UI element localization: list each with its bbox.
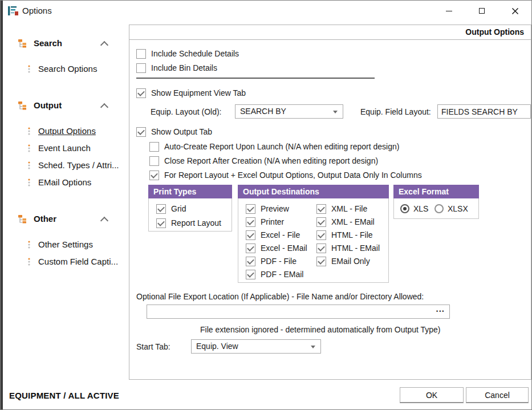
checkbox-label: Preview	[261, 204, 289, 213]
ok-button[interactable]: OK	[400, 387, 464, 403]
chevron-up-icon[interactable]	[100, 41, 108, 49]
excel-file-checkbox[interactable]	[246, 230, 255, 240]
excel-email-checkbox[interactable]	[246, 243, 255, 253]
preview-checkbox[interactable]	[246, 204, 255, 214]
chevron-up-icon[interactable]	[100, 217, 108, 225]
sidebar-item-label: Sched. Types / Attri...	[38, 159, 119, 172]
include-bin-row[interactable]: Include Bin Details	[136, 62, 217, 74]
options-dialog: Options Search	[0, 0, 532, 410]
panel-header: Output Options	[129, 25, 531, 40]
sidebar-item-custom-field-captions[interactable]: Custom Field Capti...	[27, 255, 124, 268]
html-email-checkbox[interactable]	[316, 243, 326, 253]
app-icon	[7, 5, 19, 17]
data-only-columns-checkbox[interactable]	[149, 171, 159, 180]
dropdown-value: SEARCH BY	[240, 105, 286, 118]
xml-file-checkbox[interactable]	[316, 204, 326, 214]
close-report-row[interactable]: Close Report After Creation (N/A when ed…	[149, 155, 378, 167]
sidebar-item-label: Output Options	[38, 125, 96, 137]
export-location-field: •••	[147, 305, 450, 319]
xlsx-radio-row[interactable]: XLSX	[434, 203, 468, 214]
include-schedule-checkbox[interactable]	[136, 49, 146, 59]
pdf-file-checkbox[interactable]	[246, 257, 255, 266]
grid-row[interactable]: Grid	[156, 203, 186, 214]
grid-checkbox[interactable]	[156, 204, 166, 214]
sidebar-section-output[interactable]: Output	[18, 99, 124, 112]
checkbox-label: Report Layout	[171, 218, 221, 228]
auto-create-report-checkbox[interactable]	[149, 142, 159, 152]
sidebar-item-search-options[interactable]: Search Options	[27, 63, 124, 75]
xlsx-radio[interactable]	[434, 204, 444, 213]
include-bin-checkbox[interactable]	[136, 63, 146, 73]
xml-file-row[interactable]: XML - File	[316, 203, 367, 214]
sidebar-item-output-options[interactable]: Output Options	[27, 125, 124, 137]
browse-button[interactable]: •••	[433, 306, 448, 316]
email-only-row[interactable]: EMail Only	[316, 255, 370, 267]
xml-email-row[interactable]: XML - EMail	[316, 216, 375, 228]
pdf-file-row[interactable]: PDF - File	[246, 255, 297, 267]
checkbox-label: Close Report After Creation (N/A when ed…	[164, 156, 378, 165]
data-only-columns-row[interactable]: For Report Layout + Excel Output Options…	[149, 169, 422, 181]
group-body: Grid Report Layout	[148, 198, 232, 232]
dots-icon	[27, 257, 31, 266]
equip-field-layout-input[interactable]	[437, 104, 531, 119]
excel-file-row[interactable]: Excel - File	[246, 229, 300, 241]
tree-node-icon	[18, 101, 27, 110]
tree-node-icon	[18, 39, 27, 48]
cancel-button[interactable]: Cancel	[466, 387, 529, 403]
checkbox-label: Show Output Tab	[151, 127, 212, 136]
sidebar-item-other-settings[interactable]: Other Settings	[27, 238, 124, 251]
include-schedule-row[interactable]: Include Schedule Details	[136, 48, 239, 59]
equip-field-layout-label: Equip. Field Layout:	[360, 107, 431, 116]
sidebar-item-event-launch[interactable]: Event Launch	[27, 142, 124, 155]
checkbox-label: HTML - File	[331, 230, 373, 239]
main-panel: Output Options Include Schedule Details …	[129, 25, 531, 380]
sidebar-item-email-options[interactable]: EMail Options	[27, 176, 124, 189]
group-title: Output Destinations	[238, 185, 389, 198]
checkbox-label: HTML - EMail	[331, 243, 380, 253]
chevron-down-icon	[333, 111, 338, 113]
close-button[interactable]	[498, 1, 531, 21]
excel-email-row[interactable]: Excel - EMail	[246, 242, 307, 254]
auto-create-report-row[interactable]: Auto-Create Report Upon Launch (N/A when…	[149, 141, 399, 152]
pdf-email-checkbox[interactable]	[246, 270, 255, 279]
sidebar-item-label: Event Launch	[38, 142, 91, 155]
equip-layout-dropdown[interactable]: SEARCH BY	[235, 104, 343, 119]
sidebar-item-label: Search Options	[38, 63, 97, 75]
html-email-row[interactable]: HTML - EMail	[316, 242, 380, 254]
sidebar-item-sched-types[interactable]: Sched. Types / Attri...	[27, 159, 124, 172]
sidebar-section-other[interactable]: Other	[18, 213, 124, 225]
printer-checkbox[interactable]	[246, 217, 255, 227]
chevron-up-icon[interactable]	[100, 103, 108, 111]
checkbox-label: Excel - EMail	[261, 243, 307, 253]
show-output-tab-row[interactable]: Show Output Tab	[136, 126, 212, 137]
email-only-checkbox[interactable]	[316, 257, 326, 266]
dots-icon	[27, 161, 31, 170]
minimize-icon	[446, 11, 452, 11]
xml-email-checkbox[interactable]	[316, 217, 326, 227]
html-file-checkbox[interactable]	[316, 230, 326, 240]
maximize-button[interactable]	[465, 1, 498, 21]
html-file-row[interactable]: HTML - File	[316, 229, 373, 241]
checkbox-label: Include Bin Details	[151, 63, 217, 72]
print-types-group: Print Types Grid Report Layout	[148, 185, 232, 232]
close-report-checkbox[interactable]	[149, 156, 159, 166]
show-equipment-view-row[interactable]: Show Equipment View Tab	[136, 87, 246, 99]
minimize-button[interactable]	[432, 1, 465, 21]
report-layout-row[interactable]: Report Layout	[156, 217, 221, 229]
xls-radio-row[interactable]: XLS	[400, 203, 428, 214]
xls-radio[interactable]	[400, 204, 409, 213]
show-output-tab-checkbox[interactable]	[136, 127, 146, 137]
start-tab-label: Start Tab:	[136, 342, 170, 351]
sidebar-section-label: Output	[34, 99, 62, 112]
start-tab-dropdown[interactable]: Equip. View	[191, 339, 321, 354]
group-body: Preview Printer Excel - File Excel - EMa…	[238, 198, 389, 283]
show-equipment-view-checkbox[interactable]	[136, 88, 146, 98]
export-location-input[interactable]	[147, 305, 450, 319]
printer-row[interactable]: Printer	[246, 216, 284, 228]
pdf-email-row[interactable]: PDF - EMail	[246, 269, 303, 280]
equip-layout-label: Equip. Layout (Old):	[151, 107, 222, 116]
sidebar-item-label: Custom Field Capti...	[38, 255, 118, 268]
report-layout-checkbox[interactable]	[156, 218, 166, 228]
preview-row[interactable]: Preview	[246, 203, 289, 214]
sidebar-section-search[interactable]: Search	[18, 37, 124, 50]
